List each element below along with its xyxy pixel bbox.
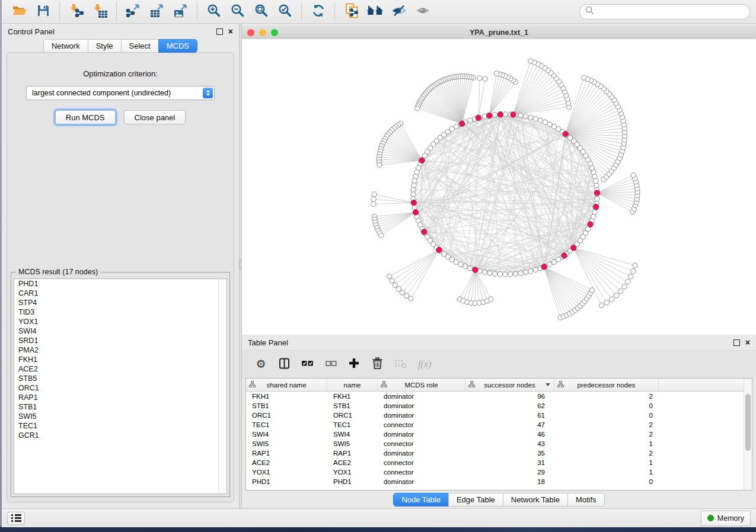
tab-motifs[interactable]: Motifs	[567, 493, 605, 507]
settings-button[interactable]: ⚙	[255, 357, 267, 371]
cell-shared-name: STB1	[246, 402, 327, 409]
list-icon	[11, 514, 24, 516]
network-and-table-area: YPA_prune.txt_1 Table Panel ×	[242, 24, 756, 508]
export-network-icon	[126, 3, 141, 21]
mcds-node-item[interactable]: SWI5	[14, 412, 227, 421]
mcds-list-scrollbar[interactable]	[218, 279, 227, 493]
select-all-button[interactable]	[301, 357, 314, 371]
tab-node-table[interactable]: Node Table	[393, 493, 449, 507]
new-network-from-selection-button[interactable]	[340, 2, 363, 22]
mcds-node-item[interactable]: STB5	[14, 374, 227, 383]
table-row[interactable]: ORC1ORC1dominator610	[246, 411, 752, 420]
mcds-node-item[interactable]: ORC1	[14, 383, 227, 393]
float-panel-icon[interactable]	[216, 28, 223, 35]
memory-button[interactable]: Memory	[701, 511, 751, 526]
mcds-node-item[interactable]: YOX1	[14, 317, 227, 326]
import-network-button[interactable]	[65, 2, 88, 22]
search-input[interactable]	[598, 7, 744, 17]
new-network-from-selection-icon	[344, 3, 359, 21]
tab-style[interactable]: Style	[88, 39, 122, 53]
mcds-node-item[interactable]: SRD1	[14, 336, 227, 345]
first-neighbors-button[interactable]	[363, 2, 387, 22]
mcds-node-item[interactable]: PHD1	[14, 279, 227, 289]
zoom-fit-button[interactable]	[250, 2, 273, 22]
open-button[interactable]	[8, 2, 31, 22]
close-panel-button[interactable]: Close panel	[124, 110, 186, 124]
refresh-button[interactable]	[307, 2, 330, 22]
column-header-successor-nodes[interactable]: successor nodes	[465, 379, 554, 391]
cell-name: YOX1	[327, 469, 378, 476]
table-row[interactable]: SWI5SWI5connector431	[246, 439, 752, 448]
tab-network-table[interactable]: Network Table	[503, 493, 568, 507]
network-canvas[interactable]	[242, 39, 756, 335]
mcds-node-item[interactable]: STB1	[14, 402, 227, 412]
cell-name: RAP1	[327, 450, 378, 457]
table-row[interactable]: TEC1TEC1connector472	[246, 420, 752, 430]
network-graph[interactable]	[242, 39, 756, 335]
close-table-panel-icon[interactable]: ×	[745, 339, 750, 345]
network-nodes[interactable]	[371, 59, 640, 320]
table-row[interactable]: SWI4SWI4dominator462	[246, 430, 752, 439]
mcds-node-item[interactable]: PMA2	[14, 345, 227, 355]
mcds-node-item[interactable]: FKH1	[14, 355, 227, 364]
column-mapping-icon	[557, 381, 564, 389]
control-panel-header: Control Panel ×	[2, 24, 239, 39]
deselect-all-button[interactable]	[325, 357, 337, 371]
export-table-button[interactable]	[145, 2, 169, 22]
zoom-in-button[interactable]	[202, 2, 226, 22]
show-all-button[interactable]	[411, 2, 435, 22]
task-history-button[interactable]	[7, 512, 25, 525]
cell-shared-name: TEC1	[246, 421, 327, 428]
mcds-node-item[interactable]: RAP1	[14, 393, 227, 402]
mcds-node-item[interactable]: CAR1	[14, 289, 227, 298]
export-image-button[interactable]	[169, 2, 193, 22]
hide-selected-button[interactable]	[387, 2, 411, 22]
mcds-node-item[interactable]: GCR1	[14, 431, 227, 440]
table-scrollbar-thumb[interactable]	[745, 394, 751, 451]
tab-edge-table[interactable]: Edge Table	[448, 493, 503, 507]
mcds-node-item[interactable]: ACE2	[14, 364, 227, 374]
cell-MCDS-role: dominator	[378, 431, 465, 438]
table-row[interactable]: RAP1RAP1dominator352	[246, 448, 752, 458]
delete-button[interactable]	[371, 357, 383, 371]
table-panel-title: Table Panel	[248, 338, 288, 347]
column-header-predecessor-nodes[interactable]: predecessor nodes	[554, 379, 659, 391]
optimization-criterion-select[interactable]: largest connected component (undirected)	[26, 86, 215, 100]
cell-name: ORC1	[327, 412, 378, 419]
save-button[interactable]	[31, 2, 55, 22]
tab-mcds[interactable]: MCDS	[158, 39, 197, 53]
mcds-result-list[interactable]: PHD1CAR1STP4TID3YOX1SWI4SRD1PMA2FKH1ACE2…	[14, 278, 227, 494]
table-scrollbar[interactable]	[744, 379, 752, 490]
table-row[interactable]: FKH1FKH1dominator962	[246, 392, 752, 401]
tab-select[interactable]: Select	[121, 39, 159, 53]
export-network-button[interactable]	[122, 2, 145, 22]
close-panel-icon[interactable]: ×	[228, 28, 233, 34]
table-row[interactable]: PHD1PHD1dominator180	[246, 477, 752, 486]
table-row[interactable]: YOX1YOX1connector291	[246, 467, 752, 477]
add-icon	[349, 358, 359, 371]
columns-button[interactable]	[278, 357, 290, 371]
cell-MCDS-role: connector	[378, 421, 465, 428]
sort-caret-icon[interactable]	[546, 383, 550, 386]
column-header-MCDS-role[interactable]: MCDS role	[378, 379, 465, 391]
mcds-node-item[interactable]: STP4	[14, 298, 227, 307]
float-table-panel-icon[interactable]	[733, 339, 740, 346]
run-mcds-button[interactable]: Run MCDS	[55, 110, 116, 124]
mcds-node-item[interactable]: TID3	[14, 307, 227, 317]
table-row[interactable]: ACE2ACE2connector311	[246, 458, 752, 467]
column-header-shared-name[interactable]: shared name	[246, 379, 327, 391]
table-row[interactable]: STB1STB1dominator620	[246, 401, 752, 411]
mcds-node-item[interactable]: SWI4	[14, 326, 227, 336]
cell-name: TEC1	[327, 421, 378, 428]
cell-name: FKH1	[327, 393, 378, 400]
zoom-selected-button[interactable]	[273, 2, 297, 22]
search-box[interactable]	[579, 4, 750, 20]
add-button[interactable]	[348, 357, 360, 371]
mcds-node-item[interactable]: TEC1	[14, 421, 227, 431]
cell-predecessor-nodes: 2	[554, 431, 659, 438]
column-header-name[interactable]: name	[327, 379, 378, 391]
cell-predecessor-nodes: 1	[554, 440, 659, 447]
tab-network[interactable]: Network	[43, 39, 88, 53]
zoom-out-button[interactable]	[226, 2, 250, 22]
import-table-button[interactable]	[88, 2, 112, 22]
